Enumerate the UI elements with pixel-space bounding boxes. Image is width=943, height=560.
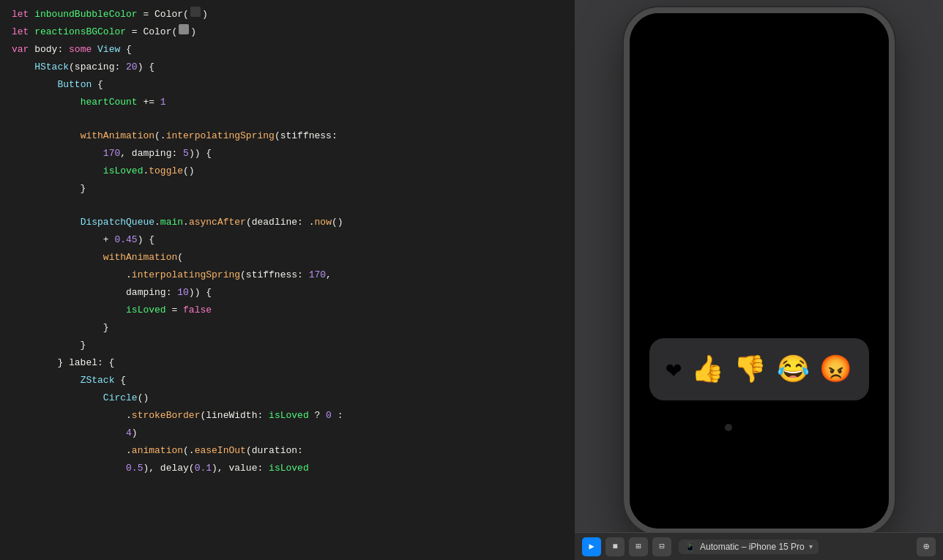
token: ), value: [212, 460, 269, 477]
code-line: HStack(spacing: 20) { [0, 59, 575, 76]
token: withAnimation [81, 128, 154, 144]
token: ? [309, 408, 326, 424]
token: isLoved [103, 163, 144, 179]
token: = [138, 7, 154, 23]
token: . [12, 443, 132, 459]
token: asyncAfter [189, 214, 246, 231]
code-line: var body: some View { [0, 41, 575, 59]
token: isLoved [126, 302, 166, 318]
token: 1 [160, 94, 166, 111]
grid-button[interactable]: ⊞ [629, 537, 648, 556]
token [12, 94, 81, 111]
token: { [114, 373, 126, 389]
token: var [12, 42, 34, 58]
token: = [166, 302, 183, 318]
token: + [12, 232, 114, 248]
token: ) [132, 425, 138, 441]
code-line: 170, damping: 5)) { [0, 145, 575, 163]
code-line [0, 198, 575, 214]
token: { [120, 42, 132, 58]
token: () [183, 163, 195, 179]
token: 0.5 [126, 460, 143, 477]
code-line: } [0, 180, 575, 198]
stop-button[interactable]: ■ [605, 537, 625, 556]
token: () [138, 390, 149, 406]
code-line: ZStack { [0, 372, 575, 389]
code-line: .animation(.easeInOut(duration: [0, 442, 575, 460]
device-icon: 📱 [685, 542, 696, 552]
token: reactionsBGColor [34, 24, 126, 40]
code-line: withAnimation( [0, 249, 575, 266]
token [12, 390, 103, 406]
token: heartCount [81, 94, 138, 111]
token: ), delay( [143, 460, 194, 477]
token: interpolatingSpring [166, 128, 275, 144]
token: )) { [189, 146, 212, 162]
zoom-icon: ⊕ [923, 540, 929, 553]
token: () [332, 214, 343, 231]
token: (spacing: [69, 59, 126, 75]
reaction-bar: ❤️ 👍 👎 😂 😡 [649, 338, 869, 400]
token [12, 214, 81, 231]
token: (. [183, 443, 195, 459]
token: 170 [309, 267, 326, 283]
token [12, 373, 81, 389]
token: interpolatingSpring [132, 267, 240, 283]
token: } [12, 320, 109, 336]
token: toggle [149, 163, 183, 179]
emoji-heart[interactable]: ❤️ [666, 354, 682, 386]
token: let [12, 7, 34, 23]
code-line: } [0, 319, 575, 337]
emoji-laugh[interactable]: 😂 [777, 354, 810, 386]
token [12, 128, 81, 144]
token: ) [202, 7, 208, 23]
phone-screen: ❤️ 👍 👎 😂 😡 [630, 13, 889, 529]
code-line: isLoved = false [0, 302, 575, 319]
simulator-panel: ❤️ 👍 👎 😂 😡 [575, 0, 943, 560]
code-line: + 0.45) { [0, 231, 575, 249]
token: Color( [154, 7, 189, 23]
token: (duration: [246, 443, 303, 459]
token: , damping: [120, 146, 183, 162]
token: 10 [177, 285, 189, 301]
settings-button[interactable]: ⊟ [652, 537, 671, 556]
emoji-thumbsup[interactable]: 👍 [691, 354, 724, 386]
token [12, 250, 103, 266]
zoom-button[interactable]: ⊕ [917, 537, 936, 556]
token [12, 163, 103, 179]
token: 0.45 [114, 232, 137, 248]
code-line [0, 111, 575, 127]
code-line: withAnimation(.interpolatingSpring(stiff… [0, 127, 575, 145]
token: } label: { [12, 355, 114, 371]
code-line: Button { [0, 76, 575, 94]
token [12, 59, 34, 75]
code-line: heartCount += 1 [0, 94, 575, 111]
token: . [12, 408, 132, 424]
token: . [183, 214, 189, 231]
code-line: isLoved.toggle() [0, 163, 575, 180]
play-button[interactable]: ▶ [582, 537, 601, 556]
token: isLoved [269, 408, 309, 424]
code-line: .interpolatingSpring(stiffness: 170, [0, 266, 575, 284]
token: withAnimation [103, 250, 177, 266]
code-line: let inboundBubbleColor = Color() [0, 6, 575, 23]
token: HStack [34, 59, 69, 75]
code-line: .strokeBorder(lineWidth: isLoved ? 0 : [0, 407, 575, 425]
token: (stiffness: [275, 128, 338, 144]
token: Circle [103, 390, 138, 406]
token: Button [57, 77, 92, 93]
emoji-thumbsdown[interactable]: 👎 [734, 354, 767, 386]
token: ( [177, 250, 183, 266]
token: )) { [189, 285, 212, 301]
token: damping: [12, 285, 177, 301]
token: ) { [138, 232, 154, 248]
device-selector[interactable]: 📱 Automatic – iPhone 15 Pro ▾ [679, 540, 819, 554]
token: ) [190, 24, 196, 40]
emoji-angry[interactable]: 😡 [819, 354, 852, 386]
token: Color( [143, 24, 177, 40]
code-line: let reactionsBGColor = Color() [0, 23, 575, 41]
token: isLoved [269, 460, 309, 477]
token: 0.1 [195, 460, 212, 477]
token: . [154, 214, 160, 231]
token: } [12, 337, 86, 354]
